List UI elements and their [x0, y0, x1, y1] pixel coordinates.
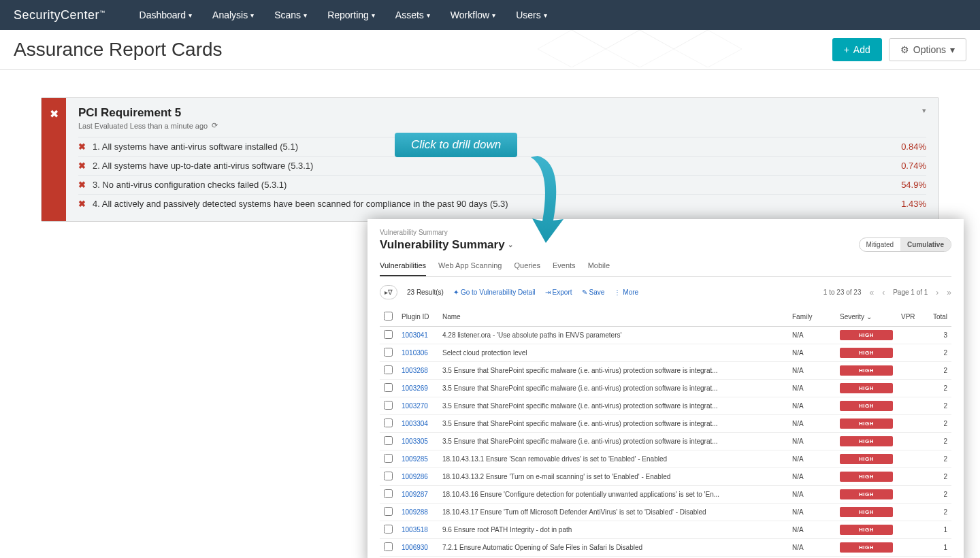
table-row[interactable]: 10030414.28 listener.ora - 'Use absolute…: [380, 327, 951, 344]
plugin-link[interactable]: 1009285: [402, 455, 428, 463]
tab-web-app-scanning[interactable]: Web App Scanning: [438, 261, 502, 276]
plugin-link[interactable]: 1006930: [402, 544, 428, 551]
plugin-link[interactable]: 1003268: [402, 367, 428, 374]
report-card: ✖ PCI Requirement 5 Last Evaluated Less …: [41, 97, 939, 222]
plugin-link[interactable]: 1003270: [402, 402, 428, 410]
pager-next[interactable]: ›: [936, 288, 938, 297]
row-checkbox[interactable]: [384, 401, 393, 410]
table-row[interactable]: 10032683.5 Ensure that SharePoint specif…: [380, 362, 951, 380]
row-checkbox[interactable]: [384, 542, 393, 551]
row-checkbox[interactable]: [384, 489, 393, 498]
tab-mobile[interactable]: Mobile: [588, 261, 610, 276]
plugin-link[interactable]: 1010306: [402, 349, 428, 357]
check-label: 1. All systems have anti-virus software …: [93, 142, 298, 152]
row-checkbox[interactable]: [384, 383, 393, 392]
tab-queries[interactable]: Queries: [514, 261, 540, 276]
cell-vpr: [897, 486, 924, 504]
table-row[interactable]: 100928718.10.43.16 Ensure 'Configure det…: [380, 486, 951, 504]
table-row[interactable]: 10032703.5 Ensure that SharePoint specif…: [380, 397, 951, 415]
options-button[interactable]: ⚙ Options ▾: [889, 38, 966, 61]
more-button[interactable]: ⋮ More: [614, 289, 638, 296]
fail-icon: ✖: [78, 161, 86, 171]
col-total[interactable]: Total: [924, 308, 951, 327]
row-checkbox[interactable]: [384, 472, 393, 480]
cell-vpr: [897, 362, 924, 380]
check-row[interactable]: ✖3. No anti-virus configuration checks f…: [78, 175, 926, 194]
vuln-title[interactable]: Vulnerability Summary ⌄: [380, 238, 513, 252]
pager-first[interactable]: «: [869, 288, 874, 297]
nav-scans[interactable]: Scans: [274, 10, 307, 20]
row-checkbox[interactable]: [384, 348, 393, 357]
save-button[interactable]: ✎ Save: [582, 289, 605, 296]
row-checkbox[interactable]: [384, 525, 393, 534]
row-checkbox[interactable]: [384, 436, 393, 445]
cell-total: 2: [924, 362, 951, 380]
row-checkbox[interactable]: [384, 419, 393, 427]
row-checkbox[interactable]: [384, 365, 393, 374]
plugin-link[interactable]: 1003304: [402, 420, 428, 427]
nav-analysis[interactable]: Analysis: [212, 10, 254, 20]
filter-button[interactable]: ▸∇: [380, 285, 397, 299]
plugin-link[interactable]: 1009286: [402, 473, 428, 480]
nav-workflow[interactable]: Workflow: [451, 10, 495, 20]
plugin-link[interactable]: 1009287: [402, 491, 428, 498]
cell-name: 18.10.43.17 Ensure 'Turn off Microsoft D…: [438, 504, 788, 521]
row-checkbox[interactable]: [384, 330, 393, 339]
detail-link[interactable]: ✦ Go to Vulnerability Detail: [453, 289, 536, 296]
cell-total: 2: [924, 433, 951, 450]
cell-vpr: [897, 450, 924, 468]
pager-last[interactable]: »: [947, 288, 951, 297]
refresh-icon[interactable]: ⟳: [212, 121, 218, 130]
severity-badge: HIGH: [840, 454, 893, 464]
row-checkbox[interactable]: [384, 454, 393, 463]
cell-vpr: [897, 433, 924, 450]
table-row[interactable]: 10033043.5 Ensure that SharePoint specif…: [380, 415, 951, 433]
collapse-icon[interactable]: ▾: [922, 106, 926, 115]
export-button[interactable]: ⇥ Export: [545, 289, 572, 296]
plugin-link[interactable]: 1009288: [402, 508, 428, 516]
table-row[interactable]: 10035189.6 Ensure root PATH Integrity - …: [380, 521, 951, 539]
table-row[interactable]: 1010306Select cloud protection levelN/AH…: [380, 344, 951, 362]
nav-users[interactable]: Users: [516, 10, 547, 20]
select-all-checkbox[interactable]: [384, 312, 393, 321]
pager-prev[interactable]: ‹: [882, 288, 885, 297]
table-row[interactable]: 10033053.5 Ensure that SharePoint specif…: [380, 433, 951, 450]
col-severity[interactable]: Severity ⌄: [836, 308, 897, 327]
check-row[interactable]: ✖4. All actively and passively detected …: [78, 194, 926, 213]
nav-reporting[interactable]: Reporting: [327, 10, 375, 20]
callout-bubble: Click to drill down: [395, 133, 517, 157]
check-percent: 1.43%: [901, 199, 926, 209]
tab-events[interactable]: Events: [553, 261, 576, 276]
plugin-link[interactable]: 1003518: [402, 526, 428, 534]
pager-page: Page 1 of 1: [893, 289, 928, 296]
toggle-mitigated[interactable]: Mitigated: [860, 238, 901, 251]
col-name[interactable]: Name: [438, 308, 788, 327]
col-family[interactable]: Family: [788, 308, 836, 327]
table-row[interactable]: 10032693.5 Ensure that SharePoint specif…: [380, 380, 951, 397]
table-row[interactable]: 100928818.10.43.17 Ensure 'Turn off Micr…: [380, 504, 951, 521]
card-subtitle: Last Evaluated Less than a minute ago ⟳: [78, 121, 218, 130]
row-checkbox[interactable]: [384, 507, 393, 516]
cell-total: 1: [924, 521, 951, 539]
card-body: PCI Requirement 5 Last Evaluated Less th…: [66, 98, 938, 221]
nav-assets[interactable]: Assets: [395, 10, 430, 20]
table-row[interactable]: 10069307.2.1 Ensure Automatic Opening of…: [380, 539, 951, 557]
cell-family: N/A: [788, 521, 836, 539]
cell-family: N/A: [788, 504, 836, 521]
nav-dashboard[interactable]: Dashboard: [140, 10, 193, 20]
col-vpr[interactable]: VPR: [897, 308, 924, 327]
tab-vulnerabilities[interactable]: Vulnerabilities: [380, 261, 426, 276]
vuln-toolbar: ▸∇ 23 Result(s) ✦ Go to Vulnerability De…: [380, 277, 951, 308]
check-row[interactable]: ✖2. All systems have up-to-date anti-vir…: [78, 156, 926, 175]
breadcrumb[interactable]: Vulnerability Summary: [380, 229, 951, 236]
table-row[interactable]: 100928618.10.43.13.2 Ensure 'Turn on e-m…: [380, 468, 951, 486]
table-row[interactable]: 100928518.10.43.13.1 Ensure 'Scan remova…: [380, 450, 951, 468]
plugin-link[interactable]: 1003041: [402, 331, 428, 339]
callout: Click to drill down: [395, 133, 517, 157]
plugin-link[interactable]: 1003305: [402, 438, 428, 445]
severity-badge: HIGH: [840, 348, 893, 358]
toggle-cumulative[interactable]: Cumulative: [900, 238, 951, 251]
col-plugin[interactable]: Plugin ID: [397, 308, 438, 327]
add-button[interactable]: + Add: [832, 38, 882, 61]
plugin-link[interactable]: 1003269: [402, 384, 428, 392]
